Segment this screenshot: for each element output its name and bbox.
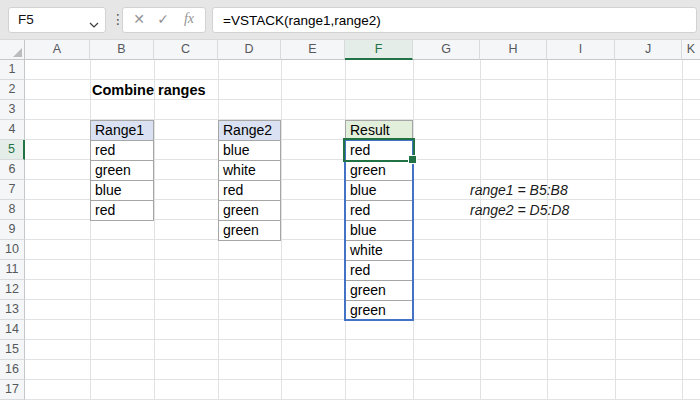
- row-header-10[interactable]: 10: [0, 240, 25, 260]
- annotation-range2[interactable]: range2 = D5:D8: [470, 200, 569, 220]
- range2-header-cell[interactable]: Range2: [218, 120, 281, 141]
- row-header-5-selected[interactable]: 5: [0, 140, 25, 160]
- column-header-i[interactable]: I: [547, 40, 615, 60]
- gridline-vertical: [615, 60, 616, 400]
- cell-D6[interactable]: white: [218, 160, 281, 181]
- chevron-down-icon[interactable]: [89, 16, 99, 26]
- column-header-b[interactable]: B: [90, 40, 154, 60]
- cell-D8[interactable]: green: [218, 200, 281, 221]
- row-header-16[interactable]: 16: [0, 360, 25, 380]
- row-header-9[interactable]: 9: [0, 220, 25, 240]
- name-box[interactable]: F5: [8, 7, 106, 33]
- cell-B8[interactable]: red: [90, 200, 154, 221]
- name-box-value: F5: [18, 12, 34, 27]
- column-header-d[interactable]: D: [218, 40, 281, 60]
- cell-F6[interactable]: green: [345, 160, 413, 181]
- range1-header-cell[interactable]: Range1: [90, 120, 154, 141]
- row-header-12[interactable]: 12: [0, 280, 25, 300]
- annotation-range1[interactable]: range1 = B5:B8: [470, 180, 568, 200]
- row-header-1[interactable]: 1: [0, 60, 25, 80]
- excel-window: F5 ⋮ ✕ ✓ fx =VSTACK(range1,range2) A B C…: [0, 0, 700, 400]
- gridline-vertical: [154, 60, 155, 400]
- column-header-h[interactable]: H: [480, 40, 547, 60]
- enter-icon[interactable]: ✓: [153, 11, 173, 27]
- cell-D7[interactable]: red: [218, 180, 281, 201]
- cell-D5[interactable]: blue: [218, 140, 281, 161]
- column-header-k[interactable]: K: [682, 40, 700, 60]
- row-header-6[interactable]: 6: [0, 160, 25, 180]
- column-header-j[interactable]: J: [615, 40, 682, 60]
- cell-F9[interactable]: blue: [345, 220, 413, 241]
- cell-B6[interactable]: green: [90, 160, 154, 181]
- cell-B7[interactable]: blue: [90, 180, 154, 201]
- select-all-button[interactable]: [0, 40, 25, 60]
- column-header-e[interactable]: E: [281, 40, 345, 60]
- column-header-c[interactable]: C: [154, 40, 218, 60]
- cell-F11[interactable]: red: [345, 260, 413, 281]
- row-header-8[interactable]: 8: [0, 200, 25, 220]
- cell-F10[interactable]: white: [345, 240, 413, 261]
- cell-D9[interactable]: green: [218, 220, 281, 241]
- gridline-vertical: [90, 60, 91, 400]
- fill-handle[interactable]: [408, 155, 417, 164]
- row-header-11[interactable]: 11: [0, 260, 25, 280]
- range2-table: Range2 blue white red green green: [218, 120, 281, 241]
- cell-B5[interactable]: red: [90, 140, 154, 161]
- row-header-15[interactable]: 15: [0, 340, 25, 360]
- column-header-g[interactable]: G: [413, 40, 480, 60]
- cell-F13[interactable]: green: [345, 300, 413, 321]
- gridline-vertical: [413, 60, 414, 400]
- gridline-vertical: [682, 60, 683, 400]
- row-header-13[interactable]: 13: [0, 300, 25, 320]
- formula-text: =VSTACK(range1,range2): [223, 13, 381, 28]
- select-all-triangle-icon: [13, 48, 22, 57]
- row-header-14[interactable]: 14: [0, 320, 25, 340]
- formula-input[interactable]: =VSTACK(range1,range2): [212, 7, 697, 33]
- gridline-vertical: [480, 60, 481, 400]
- column-header-row: A B C D E F G H I J K: [0, 40, 700, 60]
- row-header-4[interactable]: 4: [0, 120, 25, 140]
- cell-F12[interactable]: green: [345, 280, 413, 301]
- row-header-17[interactable]: 17: [0, 380, 25, 400]
- row-header-2[interactable]: 2: [0, 80, 25, 100]
- column-header-a[interactable]: A: [25, 40, 90, 60]
- row-header-7[interactable]: 7: [0, 180, 25, 200]
- insert-function-icon[interactable]: fx: [179, 11, 199, 27]
- column-header-f-selected[interactable]: F: [345, 40, 413, 60]
- formula-bar: F5 ⋮ ✕ ✓ fx =VSTACK(range1,range2): [0, 0, 700, 40]
- cancel-icon[interactable]: ✕: [129, 11, 149, 27]
- range1-table: Range1 red green blue red: [90, 120, 154, 221]
- active-cell-border[interactable]: [343, 138, 415, 162]
- row-header-3[interactable]: 3: [0, 100, 25, 120]
- gridline-vertical: [547, 60, 548, 400]
- sheet-title-cell[interactable]: Combine ranges: [92, 80, 206, 100]
- formula-bar-buttons: ✕ ✓ fx: [122, 7, 206, 33]
- gridline-vertical: [281, 60, 282, 400]
- cell-F8[interactable]: red: [345, 200, 413, 221]
- cell-F7[interactable]: blue: [345, 180, 413, 201]
